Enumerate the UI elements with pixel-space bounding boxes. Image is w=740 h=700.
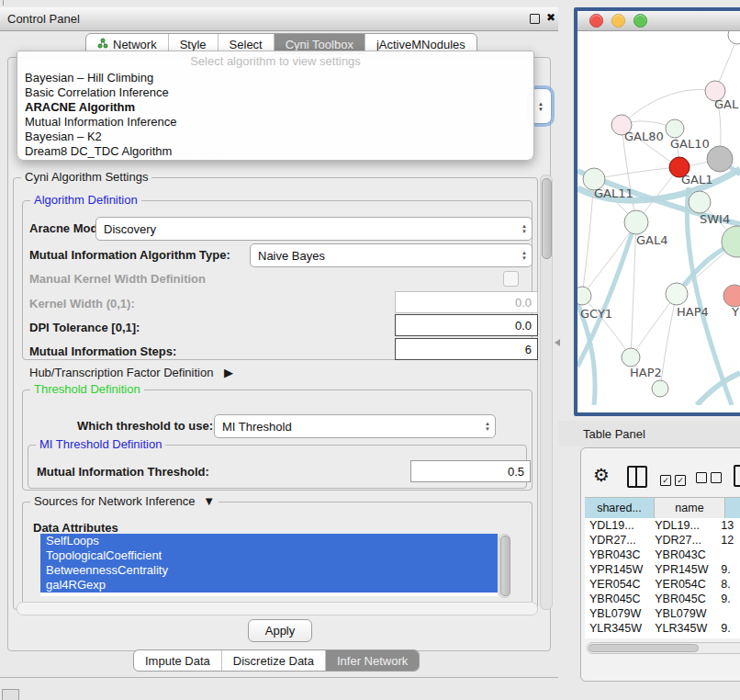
- table-row[interactable]: YBR043CYBR043C: [585, 548, 740, 562]
- node-label-hap2: HAP2: [630, 366, 662, 379]
- mi-steps-input[interactable]: 6: [395, 338, 538, 360]
- mi-algorithm-type-combobox[interactable]: Naive Bayes ▲▼: [250, 243, 533, 267]
- table-hscroll-thumb[interactable]: [589, 644, 699, 652]
- network-node[interactable]: [577, 287, 591, 305]
- manual-kernel-width-checkbox[interactable]: [503, 271, 519, 287]
- column-header-shared[interactable]: shared...: [585, 498, 655, 518]
- algorithm-option-bayesian-k2[interactable]: Bayesian – K2: [17, 130, 533, 144]
- combo-stepper-icon: ▲▼: [485, 421, 490, 432]
- node-label-gal1: GAL1: [681, 173, 712, 186]
- zoom-traffic-light[interactable]: [633, 14, 647, 28]
- table-horizontal-scrollbar[interactable]: [587, 642, 740, 654]
- settings-vertical-scrollbar[interactable]: [540, 175, 553, 610]
- table-row[interactable]: YDR27...YDR27...12: [585, 533, 740, 548]
- tab-label: Style: [180, 38, 207, 51]
- node-label-y: Y: [731, 305, 739, 319]
- attribute-item-betweennesscentrality[interactable]: BetweennessCentrality: [40, 563, 498, 578]
- network-node[interactable]: [707, 146, 733, 172]
- data-attributes-list: SelfLoopsTopologicalCoefficientBetweenne…: [40, 534, 498, 596]
- dpi-tolerance-input[interactable]: 0.0: [395, 314, 538, 336]
- column-header-name[interactable]: name: [655, 498, 725, 518]
- tab-impute-data[interactable]: Impute Data: [134, 650, 221, 671]
- attribute-item-gal4rgexp[interactable]: gal4RGexp: [40, 578, 498, 593]
- node-label-gal80: GAL80: [624, 130, 664, 143]
- table-cell: YBR045C: [650, 592, 716, 606]
- new-document-icon[interactable]: [734, 465, 740, 487]
- network-node[interactable]: [622, 348, 640, 367]
- splitter-collapse-arrow[interactable]: [555, 339, 560, 346]
- network-canvas[interactable]: GALGAL80GAL10GAL1GAL11SWI4GAL4GCY1HAP4YH…: [577, 31, 740, 405]
- network-node[interactable]: [624, 210, 648, 234]
- table-body: YDL19...YDL19...13YDR27...YDR27...12YBR0…: [585, 518, 740, 638]
- network-node[interactable]: [652, 380, 668, 397]
- network-node[interactable]: [728, 31, 740, 44]
- table-cell: YPR145W: [585, 562, 650, 577]
- algorithm-option-dream8-dc-tdc-algorithm[interactable]: Dream8 DC_TDC Algorithm: [17, 144, 533, 159]
- table-cell: 9.: [716, 636, 740, 638]
- minimize-traffic-light[interactable]: [611, 14, 625, 28]
- combo-stepper-icon: ▲▼: [521, 250, 527, 261]
- column-header-extra[interactable]: [725, 498, 740, 518]
- table-row[interactable]: YBR045CYBR045C9.: [585, 592, 740, 606]
- gear-icon[interactable]: ⚙: [593, 464, 610, 486]
- table-row[interactable]: YDL19...YDL19...13: [585, 518, 740, 533]
- tab-label: jActiveMNodules: [376, 38, 465, 51]
- algorithm-option-bayesian-hill-climbing[interactable]: Bayesian – Hill Climbing: [17, 71, 533, 85]
- table-cell: YBL079W: [650, 606, 716, 621]
- algorithm-option-basic-correlation-inference[interactable]: Basic Correlation Inference: [17, 85, 533, 100]
- network-node[interactable]: [666, 119, 684, 138]
- settings-horizontal-scrollbar[interactable]: [17, 602, 538, 615]
- mi-threshold-definition-title: MI Threshold Definition: [36, 437, 165, 451]
- network-node[interactable]: [723, 285, 740, 307]
- table-row[interactable]: YPR145WYPR145W9.: [585, 562, 740, 577]
- which-threshold-combobox[interactable]: MI Threshold ▲▼: [214, 414, 496, 438]
- table-row[interactable]: YBL079WYBL079W: [585, 606, 740, 621]
- table-cell: [716, 548, 740, 562]
- tab-label: Select: [230, 38, 263, 51]
- table-row[interactable]: YLR345WYLR345W9.: [585, 621, 740, 636]
- split-view-icon[interactable]: [627, 466, 647, 488]
- algorithm-option-aracne-algorithm[interactable]: ARACNE Algorithm: [17, 100, 533, 115]
- mi-algorithm-type-value: Naive Bayes: [258, 249, 325, 263]
- cyni-settings-group-title: Cyni Algorithm Settings: [21, 170, 151, 184]
- table-cell: 9.: [716, 592, 740, 606]
- tab-label: Network: [113, 38, 157, 51]
- kernel-width-input[interactable]: 0.0: [395, 291, 538, 313]
- table-panel-window: ⚙ ✓✓ shared...name YDL19...YDL19...13YDR…: [580, 447, 740, 682]
- collapse-down-icon[interactable]: ▼: [203, 494, 215, 508]
- table-row[interactable]: YIL052CYIL052C9.: [585, 636, 740, 638]
- threshold-definition-title: Threshold Definition: [30, 382, 144, 396]
- close-traffic-light[interactable]: [589, 14, 603, 28]
- algorithm-option-mutual-information-inference[interactable]: Mutual Information Inference: [17, 115, 533, 130]
- control-panel-title: Control Panel: [7, 12, 80, 26]
- table-cell: YLR345W: [650, 621, 716, 636]
- apply-button[interactable]: Apply: [248, 619, 312, 642]
- table-cell: YBL079W: [585, 606, 650, 621]
- combo-stepper-icon: ▲▼: [521, 223, 527, 234]
- table-cell: 9.: [716, 621, 740, 636]
- algorithm-options-list: Bayesian – Hill ClimbingBasic Correlatio…: [17, 71, 533, 159]
- network-node[interactable]: [689, 191, 711, 213]
- attributes-list-scrollbar[interactable]: [499, 534, 510, 598]
- table-row[interactable]: YER054CYER054C8.: [585, 577, 740, 592]
- tab-discretize-data[interactable]: Discretize Data: [221, 650, 325, 671]
- table-panel-title: Table Panel: [583, 427, 645, 441]
- table-cell: 13: [716, 518, 740, 533]
- table-cell: YER054C: [650, 577, 716, 592]
- table-cell: YIL052C: [650, 636, 716, 638]
- table-cell: [716, 606, 740, 621]
- float-window-button[interactable]: [530, 14, 540, 24]
- data-attributes-label: Data Attributes: [33, 521, 118, 535]
- table-cell: YDL19...: [650, 518, 716, 533]
- attribute-item-selfloops[interactable]: SelfLoops: [40, 534, 498, 548]
- network-node[interactable]: [666, 283, 688, 305]
- select-all-checkboxes-icon[interactable]: ✓✓: [660, 470, 686, 487]
- deselect-all-checkboxes-icon[interactable]: [696, 470, 722, 487]
- close-icon[interactable]: ✖: [546, 11, 555, 24]
- tab-infer-network[interactable]: Infer Network: [325, 650, 419, 671]
- attribute-item-topologicalcoefficient[interactable]: TopologicalCoefficient: [40, 548, 498, 563]
- mi-threshold-input[interactable]: 0.5: [410, 460, 531, 482]
- aracne-mode-combobox[interactable]: Discovery ▲▼: [95, 217, 533, 241]
- hub-definition-disclosure[interactable]: Hub/Transcription Factor Definition ▶: [29, 366, 233, 379]
- control-panel-window: Control Panel ✖ NetworkStyleSelectCyni T…: [0, 7, 558, 678]
